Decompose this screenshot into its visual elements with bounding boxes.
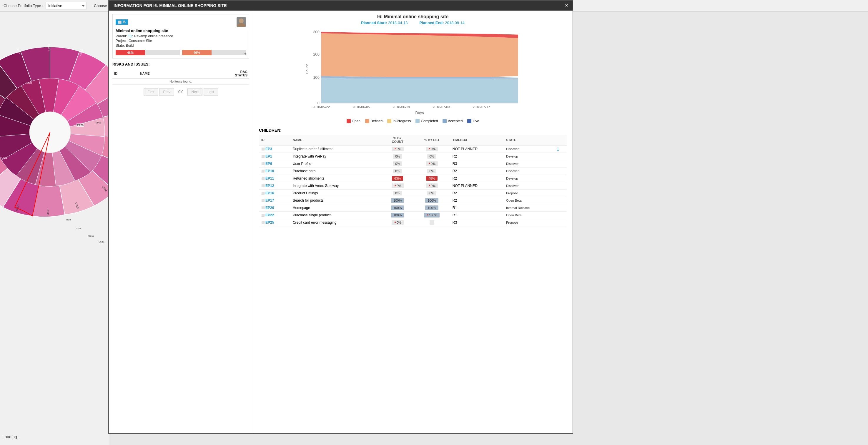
- child-name-cell: Credit card error messaging: [290, 219, 382, 226]
- pct-est-badge: ▲0%: [426, 147, 438, 151]
- child-id-cell: EP16: [259, 190, 290, 197]
- pagination: First Prev 0-0 Next Last: [113, 84, 249, 99]
- item-card-header: I6: [116, 18, 246, 27]
- pct-est-badge: 48%: [426, 176, 437, 181]
- avatar: [237, 18, 246, 27]
- no-items-row: No items found.: [113, 78, 249, 84]
- child-timebox-cell: R1: [450, 204, 504, 212]
- svg-marker-42: [321, 78, 518, 103]
- legend-defined: Defined: [365, 119, 382, 123]
- pct-est-badge: [430, 220, 434, 225]
- child-timebox-cell: R2: [450, 197, 504, 204]
- legend-completed-dot: [415, 119, 420, 123]
- legend-open-label: Open: [352, 119, 361, 123]
- sunburst-chart[interactable]: US66 US67 US83 US84 US85 US36 US38 EP44 …: [0, 24, 109, 244]
- child-timebox-cell: R2: [450, 175, 504, 182]
- child-extra-cell: [555, 153, 567, 160]
- progress-fill-1: 46%: [116, 50, 145, 55]
- child-id-link[interactable]: EP12: [261, 184, 288, 188]
- child-id-link[interactable]: EP3: [261, 147, 288, 151]
- pct-count-badge: ▲0%: [392, 147, 404, 151]
- child-pct-est-cell: 0%: [413, 168, 450, 175]
- pct-count-badge: 0%: [393, 169, 402, 173]
- child-id-cell: EP17: [259, 197, 290, 204]
- col-state: STATE: [504, 135, 555, 145]
- legend-completed-label: Completed: [421, 119, 438, 123]
- pct-est-badge: 0%: [427, 154, 437, 159]
- child-pct-count-cell: 0%: [382, 153, 413, 160]
- child-pct-count-cell: 100%: [382, 197, 413, 204]
- chart-area: 300 200 100 0 Count: [259, 29, 567, 117]
- child-state-cell: Discover: [504, 168, 555, 175]
- last-button[interactable]: Last: [204, 88, 218, 96]
- child-name-cell: Purchase single product: [290, 212, 382, 219]
- first-button[interactable]: First: [144, 88, 158, 96]
- child-id-link[interactable]: EP11: [261, 176, 288, 180]
- child-name-cell: Integrate with Amex Gateway: [290, 182, 382, 190]
- table-row: EP3Duplicate order fulfillment▲0%▲0%NOT …: [259, 145, 567, 153]
- child-extra-cell: [555, 168, 567, 175]
- child-pct-count-cell: 100%: [382, 212, 413, 219]
- child-pct-count-cell: 0%: [382, 190, 413, 197]
- svg-text:US36: US36: [46, 209, 50, 215]
- svg-text:US98: US98: [27, 82, 33, 84]
- col-pct-count: % BYCOUNT: [382, 135, 413, 145]
- info-panel-body: I6 Minimal online shopping site Parent: …: [109, 10, 572, 433]
- pct-count-badge: 63%: [392, 176, 403, 181]
- pct-est-badge: 100%: [425, 198, 438, 203]
- child-extra-cell: 1: [555, 145, 567, 153]
- risks-table-header: ID NAME RAGSTATUS: [113, 69, 249, 78]
- child-state-cell: Open Beta: [504, 212, 555, 219]
- children-table-header: ID NAME % BYCOUNT % BY EST TIMEBOX STATE: [259, 135, 567, 145]
- child-timebox-cell: NOT PLANNED: [450, 182, 504, 190]
- child-id-link[interactable]: EP6: [261, 162, 288, 166]
- child-extra-link[interactable]: 1: [557, 147, 559, 151]
- child-pct-est-cell: 48%: [413, 175, 450, 182]
- child-id-link[interactable]: EP20: [261, 206, 288, 210]
- child-id-link[interactable]: EP22: [261, 213, 288, 217]
- progress-bar-2: 46%: [182, 50, 246, 55]
- add-icon[interactable]: +: [244, 51, 247, 56]
- child-pct-est-cell: 100%: [413, 197, 450, 204]
- legend-inprogress: In-Progress: [387, 119, 411, 123]
- child-timebox-cell: R3: [450, 219, 504, 226]
- table-row: EP6User Profile0%▲0%R3Discover: [259, 160, 567, 168]
- legend-inprogress-dot: [387, 119, 391, 123]
- child-name-cell: Search for products: [290, 197, 382, 204]
- child-state-cell: Open Beta: [504, 197, 555, 204]
- child-extra-cell: [555, 190, 567, 197]
- legend-accepted: Accepted: [442, 119, 463, 123]
- svg-text:2018-07-03: 2018-07-03: [433, 105, 450, 109]
- legend-inprogress-label: In-Progress: [393, 119, 411, 123]
- legend-live: Live: [467, 119, 479, 123]
- item-state: State: Build: [116, 43, 246, 47]
- col-rag: RAGSTATUS: [188, 69, 249, 78]
- close-button[interactable]: ×: [565, 3, 568, 8]
- parent-link[interactable]: T1:: [128, 34, 133, 38]
- child-id-link[interactable]: EP10: [261, 169, 288, 173]
- risks-title: RISKS AND ISSUES:: [113, 62, 249, 66]
- child-id-link[interactable]: EP25: [261, 220, 288, 225]
- table-row: EP22Purchase single product100%▲100%R1Op…: [259, 212, 567, 219]
- item-id-badge[interactable]: I6: [116, 20, 128, 25]
- child-id-link[interactable]: EP16: [261, 191, 288, 195]
- portfolio-type-select[interactable]: Initiative: [45, 2, 87, 9]
- child-id-link[interactable]: EP17: [261, 198, 288, 203]
- pct-est-badge: 0%: [427, 191, 437, 196]
- col-extra: [555, 135, 567, 145]
- legend-live-dot: [467, 119, 471, 123]
- child-extra-cell: [555, 212, 567, 219]
- pct-count-badge: 100%: [391, 205, 404, 210]
- prev-button[interactable]: Prev: [159, 88, 174, 96]
- child-state-cell: Propose: [504, 190, 555, 197]
- progress-bar-1: 46%: [116, 50, 180, 55]
- pct-count-badge: 0%: [393, 191, 402, 196]
- child-id-link[interactable]: EP1: [261, 154, 288, 159]
- col-name: NAME: [290, 135, 382, 145]
- progress-bg-2: 46%: [182, 50, 246, 55]
- child-pct-est-cell: 0%: [413, 190, 450, 197]
- legend-live-label: Live: [472, 119, 479, 123]
- child-pct-count-cell: 63%: [382, 175, 413, 182]
- next-button[interactable]: Next: [187, 88, 203, 96]
- table-row: EP12Integrate with Amex Gateway▲0%▲0%NOT…: [259, 182, 567, 190]
